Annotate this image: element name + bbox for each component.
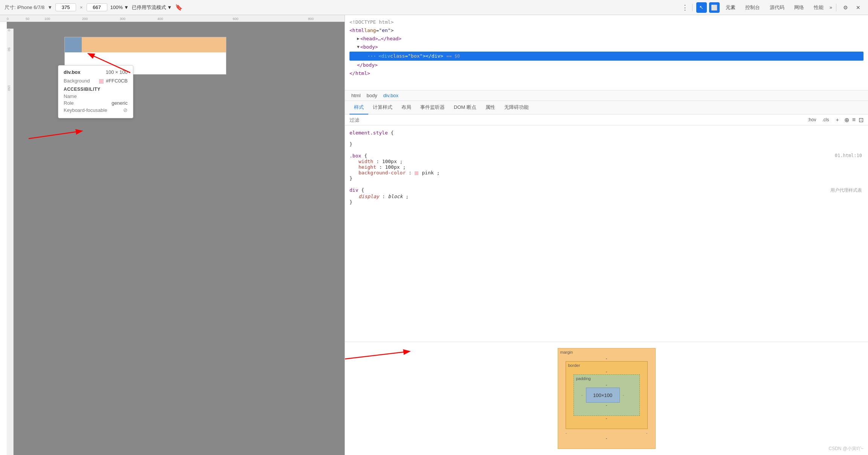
main-content: 0 50 100 200 300 400 600 800 0 50 150	[0, 15, 868, 455]
bg-color-inline-swatch[interactable]	[415, 171, 418, 175]
svg-line-1	[29, 131, 81, 139]
margin-sides: - -	[566, 431, 648, 436]
css-rule-div: div { 用户代理样式表 display : block ; }	[345, 186, 868, 206]
style-action-3[interactable]: ⊡	[859, 116, 863, 124]
device-toggle-btn[interactable]: ⬜	[709, 2, 720, 13]
top-toolbar: 尺寸: iPhone 6/7/8 ▼ × 100% ▼ 已停用节流模式 ▼ 🔖 …	[0, 0, 868, 15]
inspector-bg-row: Background #FFC0CB	[64, 78, 128, 84]
breadcrumb-div-box[interactable]: div.box	[381, 92, 400, 99]
size-dropdown-icon: ▼	[47, 5, 52, 10]
selector-box[interactable]: .box	[349, 153, 361, 159]
box-model-border: border - padding - - 100×100	[566, 361, 648, 429]
tree-line-html-close[interactable]: </html>	[349, 69, 863, 78]
subtab-properties[interactable]: 属性	[481, 101, 500, 115]
tree-line-div[interactable]: ··· <div class =" box "></div> == $0	[349, 52, 863, 61]
tab-performance[interactable]: 性能	[810, 4, 827, 11]
style-action-1[interactable]: ⊕	[844, 116, 849, 124]
css-rule-element-style: element.style { }	[345, 128, 868, 148]
element-style-props	[358, 136, 862, 141]
filter-bar: :hov .cls + ⊕ ≡ ⊡	[345, 115, 868, 125]
breadcrumb-body[interactable]: body	[365, 92, 379, 99]
toolbar-divider	[692, 4, 693, 11]
filter-input[interactable]	[349, 117, 803, 123]
inspect-icon-btn[interactable]: ↖	[696, 2, 707, 13]
throttle-selector[interactable]: 已停用节流模式 ▼	[132, 4, 172, 11]
blue-block	[65, 37, 82, 52]
margin-top-val[interactable]: -	[566, 356, 648, 361]
tan-block	[82, 37, 226, 52]
svg-line-2	[345, 351, 409, 359]
bookmark-icon[interactable]: 🔖	[175, 4, 183, 11]
box-prop-bg: background-color : pink ;	[358, 170, 862, 176]
tab-console[interactable]: 控制台	[741, 4, 764, 11]
subtab-layout[interactable]: 布局	[397, 101, 416, 115]
subtab-accessibility[interactable]: 无障碍功能	[500, 101, 533, 115]
border-label: border	[568, 363, 580, 368]
red-arrow-box-model	[345, 346, 420, 365]
subtab-styles[interactable]: 样式	[349, 101, 368, 115]
border-bottom-val[interactable]: -	[574, 416, 640, 421]
tree-line-head[interactable]: ▶ <head>…</head>	[349, 35, 863, 43]
content-size-label: 100×100	[593, 392, 612, 398]
tree-line-body-close[interactable]: </body>	[349, 61, 863, 69]
subtab-event-listeners[interactable]: 事件监听器	[416, 101, 449, 115]
inspector-bg-value: #FFC0CB	[106, 78, 128, 84]
size-label: 尺寸: iPhone 6/7/8	[5, 4, 44, 11]
preview-content: 0 50 150 div.box 100 ×	[7, 22, 345, 455]
settings-icon[interactable]: ⚙	[840, 2, 851, 13]
tab-network[interactable]: 网络	[790, 4, 808, 11]
inspector-size: 100 × 100	[106, 69, 128, 76]
dots-btn[interactable]: ···	[367, 52, 376, 60]
tree-line-doctype: <!DOCTYPE html>	[349, 18, 863, 26]
csdn-watermark: CSDN @小寅吖~	[828, 446, 863, 452]
subtab-dom-breakpoints[interactable]: DOM 断点	[449, 101, 481, 115]
style-action-2[interactable]: ≡	[852, 116, 856, 123]
html-tree: <!DOCTYPE html> <html lang =" en "> ▶ <h…	[345, 15, 868, 90]
accessibility-header: ACCESSIBILITY	[64, 87, 128, 92]
toolbar-divider-2	[836, 4, 836, 11]
box-rule-source[interactable]: 01.html:10	[835, 153, 862, 159]
height-input[interactable]	[87, 3, 107, 11]
more-tabs-btn[interactable]: »	[830, 5, 832, 10]
box-model-container: margin - border - padding - -	[345, 342, 868, 455]
selector-element-style[interactable]: element.style	[349, 130, 388, 136]
padding-bottom-val[interactable]: -	[581, 403, 632, 408]
tab-elements[interactable]: 元素	[722, 4, 739, 11]
styles-subtabs: 样式 计算样式 布局 事件监听器 DOM 断点 属性 无障碍功能	[345, 101, 868, 115]
viewport-bg: div.box 100 × 100 Background #FFC0CB ACC…	[14, 22, 345, 455]
hov-btn[interactable]: :hov	[806, 116, 818, 123]
css-rules: element.style { } .box { 01.html:10	[345, 125, 868, 342]
margin-bottom-val[interactable]: -	[566, 436, 648, 441]
inspector-role-value: generic	[111, 100, 128, 106]
width-input[interactable]	[55, 3, 76, 11]
box-model-content: 100×100	[586, 388, 620, 403]
add-style-btn[interactable]: +	[833, 116, 841, 124]
selector-div[interactable]: div	[349, 187, 358, 193]
ruler-vertical: 0 50 150	[7, 29, 14, 455]
subtab-computed[interactable]: 计算样式	[368, 101, 397, 115]
tab-sources[interactable]: 源代码	[766, 4, 788, 11]
more-options-icon[interactable]: ⋮	[682, 3, 688, 12]
preview-area: 0 50 100 200 300 400 600 800 0 50 150	[0, 15, 345, 455]
border-top-val[interactable]: -	[574, 369, 640, 374]
tree-line-html[interactable]: <html lang =" en ">	[349, 26, 863, 35]
cls-btn[interactable]: .cls	[821, 116, 830, 123]
close-icon[interactable]: ✕	[853, 2, 863, 13]
box-model-margin: margin - border - padding - -	[558, 348, 656, 449]
page-bar	[65, 37, 226, 52]
zoom-selector[interactable]: 100% ▼	[110, 5, 129, 10]
inspector-name-row: Name	[64, 93, 128, 99]
inspector-element-title: div.box	[64, 69, 81, 75]
breadcrumb-html[interactable]: html	[349, 92, 363, 99]
tree-line-body[interactable]: ▼ <body>	[349, 43, 863, 51]
div-prop-display: display : block ;	[358, 194, 862, 199]
margin-label: margin	[560, 350, 573, 354]
dollar-zero: == $0	[446, 52, 460, 60]
dimension-separator: ×	[79, 5, 84, 10]
box-model: margin - border - padding - -	[558, 348, 656, 449]
padding-middle-row: - 100×100 -	[581, 388, 632, 403]
padding-top-val[interactable]: -	[581, 382, 632, 388]
bg-color-swatch	[99, 79, 104, 84]
inspector-popup: div.box 100 × 100 Background #FFC0CB ACC…	[58, 65, 133, 118]
user-agent-label: 用户代理样式表	[830, 187, 862, 194]
